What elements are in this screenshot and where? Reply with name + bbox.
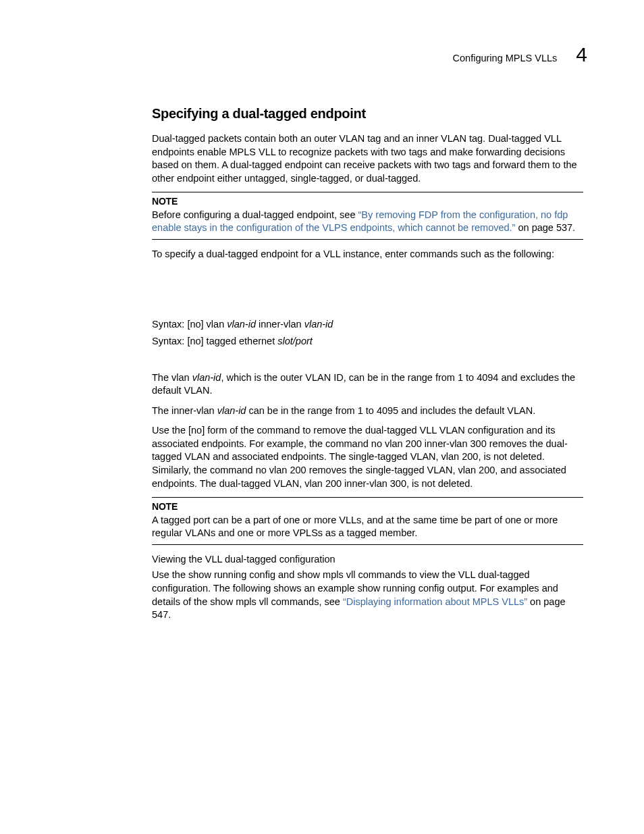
note-label: NOTE	[152, 500, 583, 514]
note-body: Before configuring a dual-tagged endpoin…	[152, 209, 583, 235]
body-paragraph: The vlan vlan-id, which is the outer VLA…	[152, 371, 583, 398]
running-title: Configuring MPLS VLLs	[453, 51, 558, 65]
text-before: The vlan	[152, 372, 192, 383]
text-before: The inner-vlan	[152, 405, 217, 416]
note-block: NOTE Before configuring a dual-tagged en…	[152, 192, 583, 240]
intro-paragraph: Dual-tagged packets contain both an oute…	[152, 132, 583, 185]
syntax-prefix: Syntax: [no] vlan	[152, 319, 227, 330]
content-column: Specifying a dual-tagged endpoint Dual-t…	[152, 104, 583, 622]
body-paragraph: Use the [no] form of the command to remo…	[152, 424, 583, 490]
syntax-prefix: Syntax: [no] tagged ethernet	[152, 336, 277, 346]
var-text: vlan-id	[217, 405, 246, 416]
syntax-var: vlan-id	[227, 319, 256, 330]
syntax-var: vlan-id	[304, 319, 333, 330]
body-paragraph: To specify a dual-tagged endpoint for a …	[152, 248, 583, 261]
syntax-var: slot/port	[277, 336, 313, 346]
spacer	[152, 353, 583, 371]
note-body: A tagged port can be a part of one or mo…	[152, 514, 583, 540]
section-title: Specifying a dual-tagged endpoint	[152, 104, 583, 123]
running-header: Configuring MPLS VLLs 4	[54, 41, 590, 69]
syntax-line: Syntax: [no] tagged ethernet slot/port	[152, 335, 583, 348]
syntax-line: Syntax: [no] vlan vlan-id inner-vlan vla…	[152, 318, 583, 332]
chapter-number: 4	[576, 41, 587, 69]
var-text: vlan-id	[192, 372, 221, 383]
spacer	[152, 268, 583, 318]
note-text-before: Before configuring a dual-tagged endpoin…	[152, 209, 358, 220]
text-after: can be in the range from 1 to 4095 and i…	[246, 405, 535, 416]
sub-heading: Viewing the VLL dual-tagged configuratio…	[152, 553, 583, 567]
body-paragraph: Use the show running config and show mpl…	[152, 569, 583, 621]
page: Configuring MPLS VLLs 4 Specifying a dua…	[0, 0, 644, 834]
note-label: NOTE	[152, 195, 583, 209]
note-text-after: on page 537.	[515, 222, 575, 233]
note-block: NOTE A tagged port can be a part of one …	[152, 497, 583, 545]
syntax-mid: inner-vlan	[256, 319, 304, 330]
xref-link[interactable]: “Displaying information about MPLS VLLs”	[343, 596, 527, 607]
body-paragraph: The inner-vlan vlan-id can be in the ran…	[152, 405, 583, 418]
